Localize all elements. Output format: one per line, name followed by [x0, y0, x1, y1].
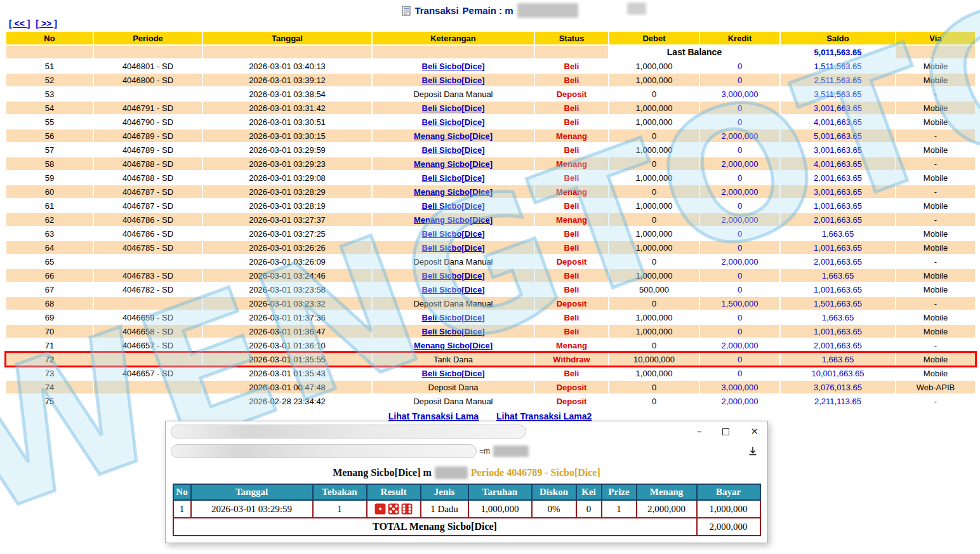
keterangan-link[interactable]: Beli Sicbo[Dice]	[422, 103, 485, 113]
cell-no: 73	[6, 367, 93, 379]
cell-debet: 0	[609, 88, 699, 100]
keterangan-link[interactable]: Beli Sicbo[Dice]	[422, 327, 485, 336]
keterangan-link[interactable]: Menang Sicbo[Dice]	[414, 131, 493, 141]
cell-saldo: 10,001,663.65	[781, 367, 895, 379]
transaction-row-66: 664046783 - SD2026-03-01 03:24:46Beli Si…	[6, 269, 975, 282]
cell-tanggal: 2026-03-01 03:23:58	[203, 283, 371, 296]
cell-saldo: 4,001,663.65	[781, 157, 895, 170]
keterangan-link[interactable]: Menang Sicbo[Dice]	[414, 215, 493, 225]
cell-status: Beli	[535, 102, 608, 114]
transaction-row-72: 722026-03-01 01:35:55Tarik DanaWithdraw1…	[6, 353, 975, 366]
detail-column-header-menang: Menang	[637, 484, 697, 500]
cell-kredit: 0	[700, 102, 779, 114]
cell-debet: 1,000,000	[609, 74, 699, 86]
cell-keterangan: Tarik Dana	[373, 353, 534, 366]
lihat-transaksi-lama-link[interactable]: Lihat Transaksi Lama	[388, 411, 479, 421]
cell-via: Mobile	[896, 311, 975, 324]
next-page-link[interactable]: [ >> ]	[36, 18, 56, 29]
cell-no: 51	[6, 60, 93, 72]
detail-column-header-tanggal: Tanggal	[191, 484, 313, 500]
keterangan-link[interactable]: Beli Sicbo[Dice]	[422, 117, 485, 127]
keterangan-link[interactable]: Beli Sicbo[Dice]	[422, 145, 485, 155]
keterangan-link[interactable]: Beli Sicbo[Dice]	[422, 271, 485, 280]
cell-kredit: 0	[700, 171, 779, 184]
empty-cell	[203, 46, 371, 58]
cell-status: Beli	[535, 283, 608, 296]
cell-keterangan: Deposit Dana Manual	[373, 395, 534, 407]
cell-status: Withdraw	[535, 353, 608, 366]
keterangan-link[interactable]: Beli Sicbo[Dice]	[422, 201, 485, 211]
cell-saldo: 2,001,663.65	[781, 339, 895, 352]
prev-page-link[interactable]: [ << ]	[9, 18, 30, 29]
keterangan-link[interactable]: Beli Sicbo[Dice]	[422, 313, 485, 322]
cell-kredit: 2,000,000	[700, 339, 779, 352]
cell-debet: 1,000,000	[609, 102, 699, 114]
redacted-url-part	[493, 445, 529, 457]
cell-status: Beli	[535, 367, 608, 379]
keterangan-link[interactable]: Beli Sicbo[Dice]	[422, 285, 485, 294]
cell-saldo: 3,511,563.65	[781, 88, 895, 100]
cell-tanggal: 2026-03-01 03:31:42	[203, 102, 371, 114]
keterangan-link[interactable]: Menang Sicbo[Dice]	[414, 187, 493, 197]
keterangan-link[interactable]: Beli Sicbo[Dice]	[422, 76, 485, 85]
keterangan-link[interactable]: Beli Sicbo[Dice]	[422, 62, 485, 71]
cell-via: -	[896, 185, 975, 198]
cell-saldo: 1,001,663.65	[781, 241, 895, 254]
cell-status: Beli	[535, 311, 608, 324]
cell-debet: 0	[609, 297, 699, 310]
popup-url-bar: =m	[166, 442, 767, 461]
cell-saldo: 1,001,663.65	[781, 199, 895, 212]
cell-no: 67	[6, 283, 93, 296]
cell-no: 62	[6, 213, 93, 226]
transaction-row-54: 544046791 - SD2026-03-01 03:31:42Beli Si…	[6, 102, 975, 114]
transaction-row-75: 752026-02-28 23:34:42Deposit Dana Manual…	[6, 395, 975, 407]
cell-status: Menang	[535, 185, 608, 198]
detail-cell-tanggal: 2026-03-01 03:29:59	[191, 500, 313, 518]
minimize-icon[interactable]: –	[697, 427, 702, 437]
cell-tanggal: 2026-03-01 03:38:54	[203, 88, 371, 100]
transaction-row-69: 694046659 - SD2026-03-01 01:37:36Beli Si…	[6, 311, 975, 324]
detail-cell-diskon: 0%	[532, 500, 576, 518]
cell-debet: 0	[609, 213, 699, 226]
cell-kredit: 0	[700, 353, 779, 366]
close-icon[interactable]: ✕	[750, 427, 758, 437]
cell-no: 54	[6, 102, 93, 114]
cell-no: 72	[6, 353, 93, 366]
cell-no: 55	[6, 115, 93, 128]
keterangan-link[interactable]: Beli Sicbo[Dice]	[422, 229, 485, 239]
cell-keterangan: Beli Sicbo[Dice]	[373, 115, 534, 128]
detail-cell-tebakan: 1	[313, 500, 367, 518]
column-header-periode: Periode	[94, 32, 202, 44]
keterangan-link[interactable]: Menang Sicbo[Dice]	[414, 341, 493, 350]
cell-keterangan: Menang Sicbo[Dice]	[373, 129, 534, 142]
detail-column-header-prize: Prize	[602, 484, 637, 500]
cell-debet: 0	[609, 157, 699, 170]
keterangan-link[interactable]: Beli Sicbo[Dice]	[422, 369, 485, 378]
maximize-icon[interactable]	[722, 428, 729, 435]
keterangan-link[interactable]: Beli Sicbo[Dice]	[422, 243, 485, 253]
cell-saldo: 4,001,663.65	[781, 115, 895, 128]
cell-no: 68	[6, 297, 93, 310]
cell-saldo: 1,001,663.65	[781, 283, 895, 296]
column-header-debet: Debet	[609, 32, 699, 44]
cell-saldo: 1,001,663.65	[781, 325, 895, 338]
cell-kredit: 0	[700, 227, 779, 240]
keterangan-link[interactable]: Menang Sicbo[Dice]	[414, 159, 493, 169]
cell-tanggal: 2026-03-01 03:39:12	[203, 74, 371, 86]
lihat-transaksi-lama2-link[interactable]: Lihat Transaksi Lama2	[496, 411, 592, 421]
cell-status: Beli	[535, 171, 608, 184]
cell-via: Mobile	[896, 102, 975, 114]
cell-status: Beli	[535, 199, 608, 212]
cell-saldo: 2,001,663.65	[781, 255, 895, 268]
die-6-icon	[401, 503, 413, 515]
cell-tanggal: 2026-03-01 03:40:13	[203, 60, 371, 72]
cell-periode: 4046785 - SD	[94, 241, 202, 254]
cell-no: 59	[6, 171, 93, 184]
cell-tanggal: 2026-03-01 00:47:48	[203, 381, 371, 393]
download-icon[interactable]	[747, 445, 758, 457]
keterangan-link[interactable]: Beli Sicbo[Dice]	[422, 173, 485, 183]
cell-status: Deposit	[535, 88, 608, 100]
detail-cell-bayar: 1,000,000	[697, 500, 760, 518]
cell-debet: 1,000,000	[609, 241, 699, 254]
sicbo-detail-row: 1 2026-03-01 03:29:59 1 1 Dadu 1,000,000…	[173, 500, 760, 518]
